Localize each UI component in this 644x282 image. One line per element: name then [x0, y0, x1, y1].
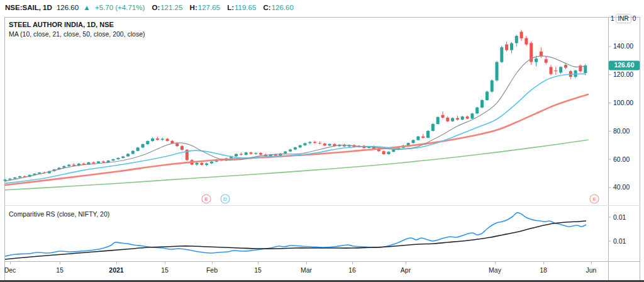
legend-symbol-title[interactable]: STEEL AUTHOR INDIA, 1D, NSE: [9, 21, 145, 28]
rs-line: [5, 213, 586, 256]
candle-body: [259, 153, 262, 155]
event-badge-E[interactable]: E: [590, 195, 599, 203]
svg-text:D: D: [223, 196, 227, 202]
candle-body: [308, 142, 311, 144]
candle-body: [328, 144, 331, 146]
symbol-ohlc-header: NSE:SAIL, 1D 126.60 ▲ +5.70 (+4.71%) O:1…: [5, 2, 296, 13]
candle-body: [475, 108, 479, 114]
candle-body: [289, 150, 292, 152]
candle-body: [392, 150, 395, 152]
rs-indicator-legend[interactable]: Comparitive RS (close, NIFTY, 20): [9, 210, 109, 218]
price-axis[interactable]: 140.00120.00100.0080.0060.0040.000.010.0…: [609, 42, 640, 244]
candle-body: [175, 144, 179, 147]
candle-body: [480, 100, 484, 108]
unit-currency[interactable]: INR: [616, 14, 631, 23]
last-price-badge-label: 126.60: [614, 61, 634, 69]
candle-body: [284, 152, 287, 154]
candle-body: [564, 65, 567, 68]
main-series-legend: STEEL AUTHOR INDIA, 1D, NSE MA (10, clos…: [9, 21, 145, 38]
last-price: 126.60: [57, 4, 79, 11]
up-arrow-icon: ▲: [83, 4, 90, 11]
candle-body: [496, 62, 499, 81]
candle-body: [8, 179, 11, 180]
candle-body: [136, 147, 140, 150]
candle-body: [131, 151, 135, 154]
candle-body: [250, 152, 253, 154]
candle-body: [254, 153, 257, 154]
candle-body: [486, 92, 489, 100]
open-value: 121.25: [160, 4, 182, 11]
candle-body: [161, 139, 164, 140]
time-tick-label: 15: [254, 266, 262, 274]
time-tick-label: May: [489, 266, 502, 274]
candle-body: [441, 115, 445, 118]
unit-suffix: 0: [633, 15, 636, 22]
candle-body: [421, 137, 425, 138]
candle-body: [535, 59, 538, 62]
high-label: H:: [190, 4, 197, 11]
candle-body: [180, 146, 184, 150]
candle-body: [304, 143, 307, 145]
candle-body: [412, 140, 415, 144]
time-tick-label: Jun: [586, 266, 597, 274]
candle-body: [500, 47, 503, 62]
candle-body: [102, 162, 105, 163]
event-badge-E[interactable]: E: [202, 195, 211, 203]
time-tick-label: Feb: [206, 266, 218, 274]
time-axis[interactable]: Dec15202115Feb15Mar16AprMay18Jun: [4, 262, 597, 274]
low-value: 119.65: [235, 4, 256, 11]
time-tick-label: Dec: [4, 266, 16, 274]
candle-body: [13, 178, 16, 179]
candle-body: [510, 43, 513, 50]
candle-body: [470, 113, 474, 118]
candle-body: [38, 172, 41, 174]
candle-body: [416, 137, 419, 140]
candle-body: [525, 38, 528, 45]
event-badge-D[interactable]: D: [221, 195, 230, 203]
symbol-name[interactable]: NSE:SAIL, 1D: [5, 4, 52, 11]
time-tick-label: Apr: [401, 266, 411, 274]
candle-body: [299, 145, 302, 147]
candle-body: [200, 163, 203, 165]
candle-body: [121, 157, 125, 159]
candle-body: [151, 138, 154, 141]
rs-tick-label: 0.01: [613, 213, 626, 221]
time-tick-label: Mar: [301, 266, 313, 274]
price-tick-label: 60.00: [613, 155, 630, 163]
candle-body: [18, 176, 21, 178]
candle-body: [451, 118, 454, 121]
ma-indicator-legend[interactable]: MA (10, close, 21, close, 50, close, 200…: [9, 30, 145, 38]
candle-body: [323, 144, 326, 145]
price-tick-label: 100.00: [613, 99, 633, 106]
close-value: 126.60: [272, 4, 294, 11]
time-tick-label: 15: [161, 266, 169, 274]
price-tick-label: 140.00: [613, 42, 633, 50]
rs-tick-label: 0.01: [613, 237, 626, 245]
candle-body: [142, 144, 145, 147]
low-label: L:: [227, 4, 234, 11]
candle-body: [67, 165, 70, 166]
svg-text:E: E: [592, 196, 596, 202]
chart-canvas[interactable]: EDE140.00120.00100.0080.0060.0040.000.01…: [0, 0, 644, 282]
time-tick-label: 15: [56, 266, 64, 274]
candle-body: [318, 143, 321, 144]
candle-body: [387, 152, 391, 154]
candle-body: [520, 31, 523, 38]
candle-body: [210, 162, 213, 164]
candle-body: [313, 142, 316, 144]
rs-ma-line: [5, 221, 586, 259]
candle-body: [554, 70, 557, 71]
time-tick-label: 16: [348, 266, 356, 274]
price-tick-label: 80.00: [613, 127, 630, 135]
candle-body: [72, 165, 75, 166]
candle-body: [146, 141, 149, 144]
unit-prefix: 1: [611, 15, 614, 22]
svg-text:E: E: [204, 196, 208, 202]
candle-body: [505, 45, 508, 50]
currency-unit-toggle[interactable]: 1 INR 0: [611, 14, 636, 23]
candle-body: [294, 147, 297, 149]
candle-body: [205, 164, 208, 166]
candles-layer: [4, 30, 587, 183]
price-tick-label: 40.00: [613, 183, 630, 191]
candle-body: [461, 116, 464, 120]
